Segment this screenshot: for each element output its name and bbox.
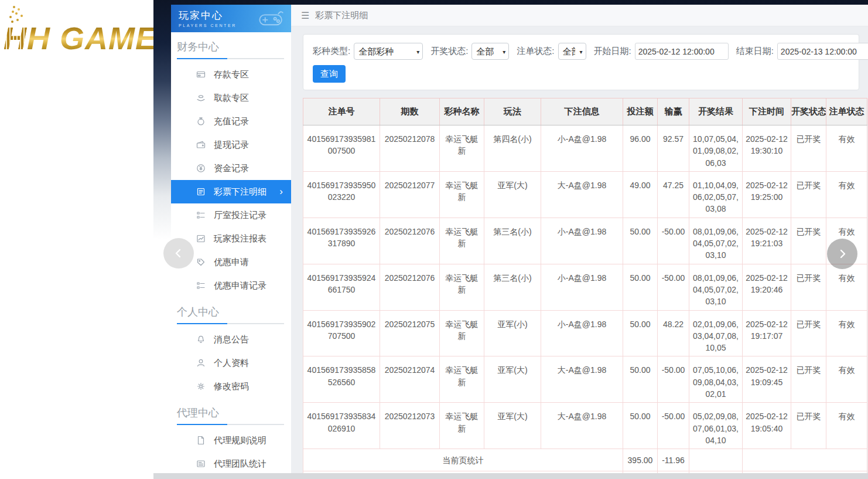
column-header: 玩法 [484,98,541,125]
cell-bet-amount: 96.00 [623,125,658,172]
topbar: 彩票下注明细 [291,5,868,26]
cell-win-loss: 47.25 [658,171,689,218]
sidebar-item-label: 玩家投注报表 [214,233,266,244]
deposit-card-icon [196,70,206,79]
cell-play: 亚军(大) [484,403,541,449]
content-area: 彩种类型: 全部彩种 开奖状态: 全部 注单状态: 全部 开始日期: 结束日期: [291,26,868,479]
cell-bet-time: 2025-02-12 19:20:46 [743,264,791,310]
sidebar-item-label: 消息公告 [214,334,249,345]
end-date-input[interactable] [777,43,868,60]
carousel-next-button[interactable] [827,239,857,269]
filter-panel: 彩种类型: 全部彩种 开奖状态: 全部 注单状态: 全部 开始日期: 结束日期: [303,34,859,90]
cell-play: 第三名(小) [484,218,541,264]
sidebar-item[interactable]: 资金记录 [171,157,291,180]
sidebar-item-label: 存款专区 [214,69,249,80]
cell-play: 亚军(大) [484,171,541,218]
cell-period: 20250212076 [380,218,440,264]
section-title-personal: 个人中心 [171,297,291,319]
cell-bet-time: 2025-02-12 19:21:03 [743,218,791,264]
column-header: 注单号 [303,98,380,125]
sidebar-item[interactable]: 修改密码 [171,375,291,398]
lottery-type-label: 彩种类型: [313,46,350,57]
cell-bet-id: 401569173935858526560 [303,356,380,403]
cell-draw-result: 05,02,09,08,07,06,01,03,04,10 [689,403,743,449]
cell-bet-info: 大-A盘@1.98 [541,356,623,403]
draw-status-select[interactable]: 全部 [471,43,509,60]
start-date-input[interactable] [635,43,729,60]
sidebar-item[interactable]: 彩票下注明细 [171,180,291,203]
column-header: 彩种名称 [440,98,484,125]
cell-order-status: 有效 [826,125,867,172]
sidebar-item-label: 修改密码 [214,381,249,392]
table-row: 401569173935834026910 20250212073 幸运飞艇新 … [303,403,867,449]
lottery-type-select[interactable]: 全部彩种 [354,43,423,60]
section-divider [177,58,284,59]
cell-draw-result: 08,01,09,06,04,05,07,02,03,10 [689,264,743,310]
cell-lottery-name: 幸运飞艇新 [440,264,484,310]
column-header: 下注时间 [743,98,791,125]
cell-play: 亚军(小) [484,310,541,356]
sidebar-item[interactable]: 取款专区 [171,86,291,110]
hall-bet-list-icon [196,210,206,220]
cell-lottery-name: 幸运飞艇新 [440,218,484,264]
cell-bet-id: 401569173935926317890 [303,218,380,264]
section-title-finance: 财务中心 [171,32,291,54]
column-header: 下注信息 [541,98,623,125]
carousel-prev-button[interactable] [163,238,194,269]
draw-status-label: 开奖状态: [430,46,468,57]
menu-toggle-icon[interactable] [301,10,309,21]
cell-lottery-name: 幸运飞艇新 [440,171,484,218]
cell-bet-info: 小-A盘@1.98 [541,310,623,356]
sidebar-item[interactable]: 消息公告 [171,328,291,351]
cell-bet-time: 2025-02-12 19:05:40 [743,403,791,449]
promo-list-icon [196,281,206,290]
cell-play: 第四名(小) [484,125,541,172]
table-row: 401569173935981007500 20250212078 幸运飞艇新 … [303,125,867,172]
funds-coin-icon [196,164,206,173]
person-icon [196,358,206,368]
sidebar-item[interactable]: 代理团队统计 [171,452,291,475]
cell-lottery-name: 幸运飞艇新 [440,403,484,449]
recharge-bag-icon [196,117,206,126]
sidebar-item[interactable]: 存款专区 [171,63,291,86]
sidebar-item[interactable]: 提现记录 [171,133,291,157]
cell-bet-info: 小-A盘@1.98 [541,218,623,264]
order-status-select[interactable]: 全部 [558,43,586,60]
table-row: 401569173935926317890 20250212076 幸运飞艇新 … [303,218,867,264]
search-button[interactable]: 查询 [313,65,346,83]
cell-bet-amount: 50.00 [623,310,658,356]
sidebar-item-label: 优惠申请记录 [214,280,266,291]
sidebar-item-label: 代理规则说明 [214,435,266,446]
players-center-header: 玩家中心 PLAYERS CENTER [171,5,291,32]
cell-draw-status: 已开奖 [791,310,826,356]
cell-play: 亚军(大) [484,356,541,403]
bet-detail-book-icon [196,187,206,196]
cell-bet-time: 2025-02-12 19:25:00 [743,171,791,218]
cell-draw-status: 已开奖 [791,356,826,403]
cell-draw-status: 已开奖 [791,218,826,264]
sidebar-item[interactable]: 优惠申请记录 [171,274,291,297]
cell-period: 20250212073 [380,403,440,449]
cell-win-loss: 92.57 [658,125,689,172]
cell-bet-time: 2025-02-12 19:30:10 [743,125,791,172]
sidebar-item[interactable]: 个人资料 [171,351,291,375]
sidebar-item[interactable]: 厅室投注记录 [171,203,291,227]
section-title-agent: 代理中心 [171,398,291,420]
sidebar-item-label: 取款专区 [214,93,249,104]
cell-win-loss: -50.00 [658,218,689,264]
column-header: 开奖状态 [791,98,826,125]
page-title: 彩票下注明细 [315,10,368,21]
cell-period: 20250212075 [380,310,440,356]
cell-win-loss: -50.00 [658,403,689,449]
cell-bet-amount: 50.00 [623,356,658,403]
cell-bet-time: 2025-02-12 19:09:45 [743,356,791,403]
sidebar-item[interactable]: 充值记录 [171,110,291,133]
cell-bet-id: 401569173935981007500 [303,125,380,172]
chevron-left-icon [173,248,184,259]
cell-draw-result: 07,05,10,06,09,08,04,03,02,01 [689,356,743,403]
sidebar-item-label: 资金记录 [214,163,249,174]
cell-bet-amount: 50.00 [623,403,658,449]
sidebar-item[interactable]: 代理规则说明 [171,429,291,452]
page-stats-winloss: -11.96 [658,449,689,471]
cell-draw-status: 已开奖 [791,264,826,310]
